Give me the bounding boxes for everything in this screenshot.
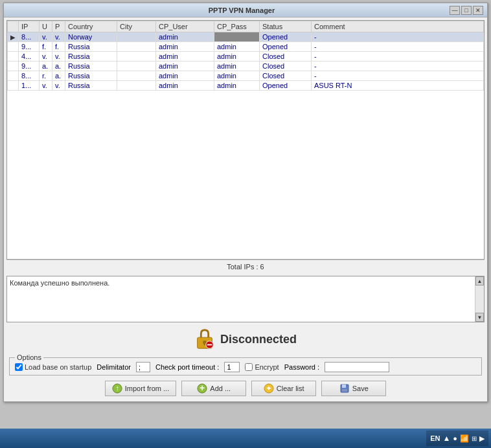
save-button[interactable]: Save [321, 381, 386, 396]
save-icon [339, 383, 350, 394]
row-status: Closed [260, 52, 312, 62]
table-row[interactable]: 4...v.v.RussiaadminadminClosed- [8, 52, 484, 62]
svg-rect-2 [204, 342, 206, 346]
close-button[interactable]: ✕ [473, 6, 483, 15]
table-row[interactable]: ▶8...v.v.NorwayadminOpened- [8, 32, 484, 42]
row-cp-pass [214, 32, 260, 42]
row-cp-user: admin [156, 42, 214, 52]
row-comment: - [312, 71, 484, 81]
password-input[interactable] [325, 362, 389, 372]
scroll-down-button[interactable]: ▼ [475, 313, 484, 322]
signal-icon: 📶 [460, 434, 469, 443]
row-cp-pass: admin [214, 62, 260, 71]
row-country: Russia [65, 42, 117, 52]
row-comment: - [312, 52, 484, 62]
row-cp-pass: admin [214, 42, 260, 52]
row-arrow [8, 42, 19, 52]
main-window: PPTP VPN Manager — □ ✕ IP U P Country Ci… [3, 3, 488, 402]
minimize-button[interactable]: — [450, 6, 460, 15]
check-port-input[interactable]: 1 [224, 362, 240, 372]
col-cp-user: CP_User [156, 21, 214, 32]
password-label: Password : [284, 363, 319, 371]
check-port-label: Check port timeout : [155, 363, 219, 371]
system-tray: EN ▲ ● 📶 ⊞ ▶ [426, 431, 488, 446]
delimiter-input[interactable]: ; [136, 362, 150, 372]
col-ip: IP [19, 21, 40, 32]
row-ip: 9... [19, 62, 40, 71]
row-cp-pass: admin [214, 52, 260, 62]
row-status: Opened [260, 42, 312, 52]
row-arrow: ▶ [8, 32, 19, 42]
import-button[interactable]: ↑ Import from ... [105, 381, 176, 396]
row-comment: - [312, 42, 484, 52]
add-label: Add ... [210, 385, 231, 392]
row-city [117, 52, 156, 62]
row-cp-user: admin [156, 62, 214, 71]
row-ip: 1... [19, 81, 40, 91]
svg-text:+: + [200, 383, 205, 393]
row-city [117, 81, 156, 91]
add-button[interactable]: + Add ... [181, 381, 246, 396]
encrypt-checkbox[interactable] [245, 363, 253, 371]
table-row[interactable]: 1...v.v.RussiaadminadminOpenedASUS RT-N [8, 81, 484, 91]
svg-text:✦: ✦ [266, 384, 272, 393]
scroll-up-button[interactable]: ▲ [475, 276, 484, 286]
table-row[interactable]: 9...f.f.RussiaadminadminOpened- [8, 42, 484, 52]
row-cp-user: admin [156, 32, 214, 42]
row-u: v. [40, 32, 52, 42]
table-row[interactable]: 8...r.a.RussiaadminadminClosed- [8, 71, 484, 81]
table-row[interactable]: 9...a.a.RussiaadminadminClosed- [8, 62, 484, 71]
window-title: PPTP VPN Manager [34, 6, 450, 14]
clear-button[interactable]: ✦ Clear list [251, 381, 316, 396]
options-row: Load base on startup Delimitator ; Check… [15, 362, 476, 372]
maximize-button[interactable]: □ [461, 6, 472, 15]
encrypt-label[interactable]: Encrypt [245, 363, 279, 371]
taskbar: EN ▲ ● 📶 ⊞ ▶ [0, 429, 491, 448]
buttons-row: ↑ Import from ... + Add ... [6, 377, 485, 399]
clear-label: Clear list [277, 385, 304, 392]
col-country: Country [65, 21, 117, 32]
load-base-label[interactable]: Load base on startup [15, 363, 91, 371]
svg-rect-13 [342, 389, 347, 392]
vpn-table-container: IP U P Country City CP_User CP_Pass Stat… [6, 20, 485, 260]
row-ip: 8... [19, 71, 40, 81]
col-status: Status [260, 21, 312, 32]
row-u: f. [40, 42, 52, 52]
row-p: v. [52, 81, 65, 91]
window-content: IP U P Country City CP_User CP_Pass Stat… [4, 17, 487, 401]
row-city [117, 42, 156, 52]
row-country: Russia [65, 62, 117, 71]
row-country: Russia [65, 81, 117, 91]
row-status: Closed [260, 71, 312, 81]
row-arrow [8, 52, 19, 62]
options-group: Options Load base on startup Delimitator… [9, 357, 482, 375]
row-country: Russia [65, 71, 117, 81]
row-status: Opened [260, 81, 312, 91]
row-arrow [8, 71, 19, 81]
svg-text:↑: ↑ [115, 384, 119, 393]
add-icon: + [197, 383, 207, 394]
status-section: Disconnected [6, 322, 485, 356]
row-p: a. [52, 62, 65, 71]
disconnected-label: Disconnected [220, 333, 297, 346]
col-u: U [40, 21, 52, 32]
row-ip: 8... [19, 32, 40, 42]
lang-indicator: EN [430, 434, 440, 442]
row-p: v. [52, 32, 65, 42]
delimiter-label: Delimitator [97, 363, 131, 371]
import-icon: ↑ [112, 383, 122, 394]
row-cp-user: admin [156, 81, 214, 91]
row-u: v. [40, 52, 52, 62]
log-text: Команда успешно выполнена. [10, 279, 481, 287]
col-cp-pass: CP_Pass [214, 21, 260, 32]
row-comment: ASUS RT-N [312, 81, 484, 91]
row-u: r. [40, 71, 52, 81]
total-ips: Total IPs : 6 [6, 260, 485, 273]
row-country: Norway [65, 32, 117, 42]
title-bar: PPTP VPN Manager — □ ✕ [4, 3, 487, 17]
import-label: Import from ... [125, 385, 169, 392]
row-cp-pass: admin [214, 81, 260, 91]
load-base-checkbox[interactable] [15, 363, 23, 371]
col-city: City [117, 21, 156, 32]
row-status: Opened [260, 32, 312, 42]
